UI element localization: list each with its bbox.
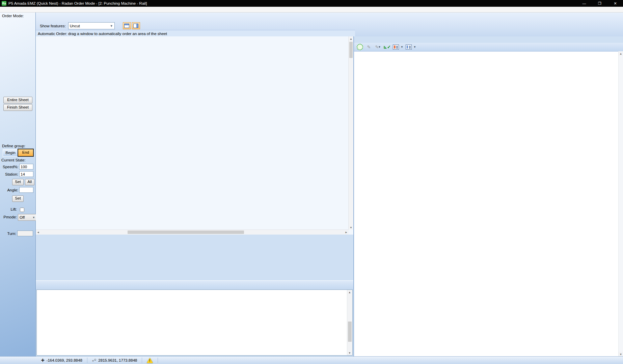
hint-bar: Automatic Order: drag a window to automa… — [36, 30, 355, 37]
scroll-down-icon[interactable]: ▼ — [619, 352, 623, 357]
chevron-down-icon: ▼ — [413, 46, 416, 49]
close-button[interactable]: ✕ — [607, 0, 623, 7]
cursor-coords: -164.0369, 293.8848 — [47, 358, 82, 362]
lift-checkbox[interactable] — [20, 208, 24, 212]
chevron-down-icon: ▼ — [32, 216, 35, 219]
station-input[interactable] — [19, 171, 33, 177]
turn-input[interactable] — [17, 231, 33, 236]
edit-tool-arrow-icon[interactable]: ✎▼ — [375, 44, 381, 51]
bottom-dock: ▲ ▼ — [36, 273, 353, 357]
speed-label: Speed%: — [3, 165, 18, 169]
pmode-value: Off — [20, 215, 25, 219]
finish-sheet-button[interactable]: Finish Sheet — [3, 104, 32, 111]
cursor-position: ✛ -164.0369, 293.8848 — [36, 357, 87, 364]
dock-spacer — [36, 235, 353, 273]
pmode-dropdown[interactable]: Off ▼ — [18, 214, 37, 221]
begin-button[interactable]: Begin — [3, 149, 18, 157]
scroll-down-icon[interactable]: ▼ — [347, 351, 352, 355]
sheet-coords: 2815.9631, 1773.8848 — [98, 358, 137, 362]
order-text-area[interactable]: ▲ ▼ — [36, 290, 353, 356]
define-group-label: Define group: — [2, 144, 25, 148]
order-mode-label: Order Mode: — [2, 14, 24, 18]
toolbar-zone: Show features: Uncut ▼ Automatic Order: … — [0, 12, 623, 37]
minimize-button[interactable]: — — [576, 0, 592, 7]
scroll-up-icon[interactable]: ▲ — [619, 51, 623, 56]
warning-icon — [147, 358, 153, 363]
maximize-button[interactable]: ❐ — [592, 0, 607, 7]
show-features-value: Uncut — [70, 24, 80, 28]
sheet-size-icon: +○ — [92, 358, 97, 363]
chevron-down-icon: ▼ — [401, 46, 403, 49]
menu-bar — [0, 7, 623, 12]
edit-tool-icon[interactable]: ✎ — [365, 44, 372, 51]
status-bar: ✛ -164.0369, 293.8848 +○ 2815.9631, 1773… — [0, 356, 623, 364]
auto-tool-icon[interactable]: ⊾✓ — [384, 44, 390, 51]
order-text-toolbar — [36, 280, 353, 290]
pmode-label: Pmode: — [2, 215, 17, 219]
warning-indicator[interactable] — [142, 357, 158, 364]
sheet-size: +○ 2815.9631, 1773.8848 — [87, 357, 142, 364]
nest-canvas[interactable]: ▲ ▼ ◄ ► — [36, 36, 353, 235]
split-vertical-icon[interactable] — [132, 22, 140, 29]
dock-tabs — [36, 273, 353, 280]
angle-label: Angle: — [3, 188, 18, 192]
chevron-down-icon: ▼ — [110, 24, 113, 28]
right-panel-scrollbar[interactable]: ▲ ▼ — [618, 51, 623, 357]
entire-sheet-button[interactable]: Entire Sheet — [3, 97, 32, 103]
right-panel-tabs — [354, 36, 623, 43]
scroll-left-icon[interactable]: ◄ — [36, 230, 40, 235]
station-label: Station: — [3, 172, 18, 176]
set-button[interactable]: Set — [12, 179, 24, 185]
hint-text: Automatic Order: drag a window to automa… — [38, 32, 167, 36]
view-toolbar: Show features: Uncut ▼ — [36, 22, 140, 29]
cursor-position-icon: ✛ — [41, 358, 45, 363]
all-button[interactable]: All — [25, 179, 34, 185]
current-state-label: Current State: — [1, 158, 26, 162]
tool-loading-toolbar: ✎ ✎▼ ⊾✓ ▼ ▼ — [354, 43, 623, 52]
angle-input[interactable] — [19, 187, 33, 193]
show-features-label: Show features: — [40, 24, 66, 28]
tool-balloons-icon[interactable] — [357, 44, 363, 50]
nest-drawing[interactable] — [36, 36, 348, 229]
turn-label: Turn: — [4, 232, 16, 236]
show-features-dropdown[interactable]: Uncut ▼ — [68, 22, 115, 29]
scroll-right-icon[interactable]: ► — [344, 230, 349, 235]
window-title: P5 Amada EMZ (Quick Nest) - Radan Order … — [8, 1, 147, 5]
split-horizontal-icon[interactable] — [123, 22, 131, 29]
app-icon: Ra — [2, 1, 6, 6]
set-angle-button[interactable]: Set — [12, 195, 24, 202]
left-sidebar: Order Mode: Entire Sheet Finish Sheet De… — [0, 12, 36, 357]
scroll-up-icon[interactable]: ▲ — [349, 36, 353, 41]
title-bar: Ra P5 Amada EMZ (Quick Nest) - Radan Ord… — [0, 0, 623, 7]
view-detail-icon[interactable] — [406, 44, 412, 50]
right-panel: ✎ ✎▼ ⊾✓ ▼ ▼ ▲ ▼ — [354, 36, 623, 357]
scroll-up-icon[interactable]: ▲ — [347, 290, 352, 295]
order-text-scrollbar[interactable]: ▲ ▼ — [347, 290, 352, 355]
canvas-horizontal-scrollbar[interactable]: ◄ ► — [36, 230, 349, 235]
canvas-vertical-scrollbar[interactable]: ▲ ▼ — [348, 36, 353, 230]
end-button[interactable]: End — [18, 149, 34, 157]
lift-label: Lift: — [9, 207, 17, 211]
window-controls: —❐✕ — [576, 0, 623, 7]
speed-input[interactable] — [19, 164, 33, 170]
scroll-down-icon[interactable]: ▼ — [349, 225, 353, 230]
view-list-icon[interactable] — [393, 44, 399, 50]
